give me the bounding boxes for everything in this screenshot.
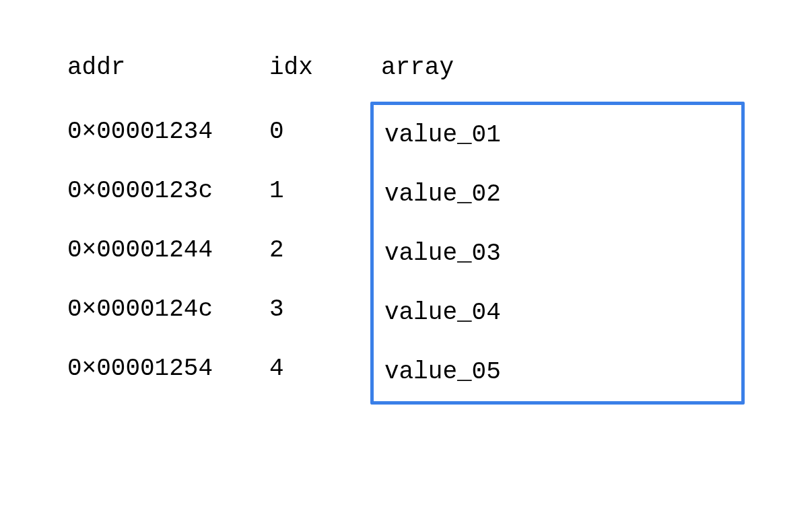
column-addr: addr 0×00001234 0×0000123c 0×00001244 0×… [67,54,269,398]
idx-cell: 4 [269,339,370,398]
idx-cell: 3 [269,279,370,339]
header-idx: idx [269,54,370,102]
array-cell: value_01 [374,105,741,164]
array-cell: value_02 [374,164,741,223]
addr-cell: 0×00001244 [67,220,269,279]
array-cell: value_04 [374,283,741,342]
array-cell: value_05 [374,342,741,401]
header-array: array [370,54,745,102]
addr-cell: 0×00001254 [67,339,269,398]
header-addr: addr [67,54,269,102]
idx-cell: 1 [269,161,370,220]
column-idx: idx 0 1 2 3 4 [269,54,370,398]
array-box: value_01 value_02 value_03 value_04 valu… [370,102,745,405]
addr-cell: 0×00001234 [67,102,269,161]
addr-cell: 0×0000124c [67,279,269,339]
array-cell: value_03 [374,223,741,283]
column-array: array value_01 value_02 value_03 value_0… [370,54,745,405]
memory-array-diagram: addr 0×00001234 0×0000123c 0×00001244 0×… [67,54,745,405]
idx-cell: 2 [269,220,370,279]
idx-cell: 0 [269,102,370,161]
addr-cell: 0×0000123c [67,161,269,220]
